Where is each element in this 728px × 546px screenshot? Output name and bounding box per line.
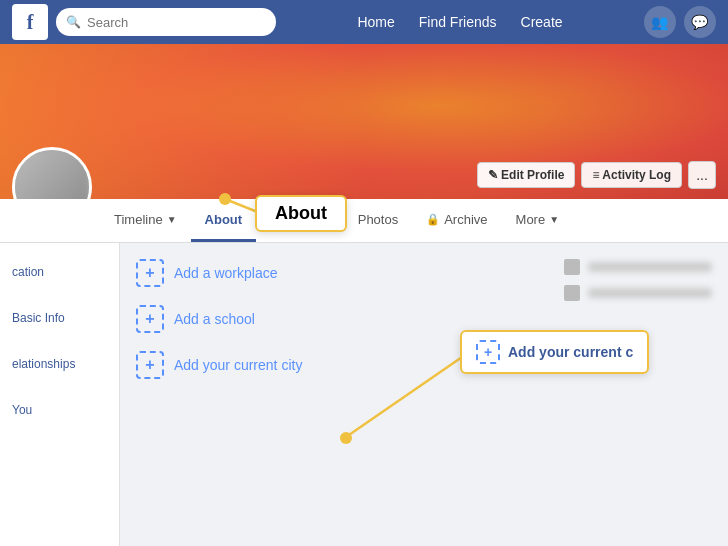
tooltip-add-icon: +	[476, 340, 500, 364]
blurred-icon-2	[564, 285, 580, 301]
left-sidebar: cation Basic Info elationships You	[0, 243, 120, 546]
messenger-icon[interactable]: 💬	[684, 6, 716, 38]
about-content: + Add a workplace + Add a school + Add y…	[120, 243, 548, 546]
about-tooltip: About	[255, 195, 347, 232]
add-workplace-button[interactable]: +	[136, 259, 164, 287]
right-content	[548, 243, 728, 546]
add-school-row: + Add a school	[136, 305, 532, 333]
add-workplace-row: + Add a workplace	[136, 259, 532, 287]
sidebar-section-you: You	[12, 397, 107, 423]
add-school-button[interactable]: +	[136, 305, 164, 333]
blurred-item-1	[564, 259, 712, 275]
sidebar-you[interactable]: You	[12, 397, 107, 423]
top-navigation: f 🔍 Home Find Friends Create 👥 💬	[0, 0, 728, 44]
nav-home[interactable]: Home	[357, 14, 394, 30]
profile-actions: ✎ Edit Profile ≡ Activity Log ...	[477, 161, 716, 189]
sidebar-basic-info[interactable]: Basic Info	[12, 305, 107, 331]
nav-find-friends[interactable]: Find Friends	[419, 14, 497, 30]
tab-photos[interactable]: Photos	[344, 199, 412, 242]
sidebar-section-basic: Basic Info	[12, 305, 107, 331]
main-area: cation Basic Info elationships You + Add…	[0, 243, 728, 546]
nav-create[interactable]: Create	[521, 14, 563, 30]
nav-left: f 🔍	[12, 4, 276, 40]
tab-timeline[interactable]: Timeline ▼	[100, 199, 191, 242]
tab-archive[interactable]: 🔒 Archive	[412, 199, 501, 242]
add-city-tooltip: + Add your current c	[460, 330, 649, 374]
search-bar[interactable]: 🔍	[56, 8, 276, 36]
nav-links: Home Find Friends Create	[357, 14, 562, 30]
profile-pic-image	[15, 150, 89, 199]
add-city-label[interactable]: Add your current city	[174, 357, 302, 373]
about-arrow-dot	[219, 193, 231, 205]
blurred-text-2	[588, 288, 712, 298]
nav-icons: 👥 💬	[644, 6, 716, 38]
cover-photo: ✎ Edit Profile ≡ Activity Log ...	[0, 44, 728, 199]
add-school-label[interactable]: Add a school	[174, 311, 255, 327]
sidebar-location[interactable]: cation	[12, 259, 107, 285]
facebook-logo: f	[12, 4, 48, 40]
sidebar-section-relationships: elationships	[12, 351, 107, 377]
sidebar-relationships[interactable]: elationships	[12, 351, 107, 377]
blurred-icon-1	[564, 259, 580, 275]
add-workplace-label[interactable]: Add a workplace	[174, 265, 278, 281]
blurred-item-2	[564, 285, 712, 301]
profile-picture	[12, 147, 92, 199]
city-arrow-dot	[340, 432, 352, 444]
search-icon: 🔍	[66, 15, 81, 29]
edit-profile-button[interactable]: ✎ Edit Profile	[477, 162, 576, 188]
sidebar-section-location: cation	[12, 259, 107, 285]
tab-about[interactable]: About	[191, 199, 257, 242]
add-city-button[interactable]: +	[136, 351, 164, 379]
tab-more[interactable]: More ▼	[502, 199, 574, 242]
more-options-button[interactable]: ...	[688, 161, 716, 189]
tooltip-add-city-label: Add your current c	[508, 344, 633, 360]
profile-tabs-bar: Timeline ▼ About Friends 52 Photos 🔒 Arc…	[0, 199, 728, 243]
search-input[interactable]	[87, 15, 266, 30]
friends-icon[interactable]: 👥	[644, 6, 676, 38]
blurred-text-1	[588, 262, 712, 272]
activity-log-button[interactable]: ≡ Activity Log	[581, 162, 682, 188]
